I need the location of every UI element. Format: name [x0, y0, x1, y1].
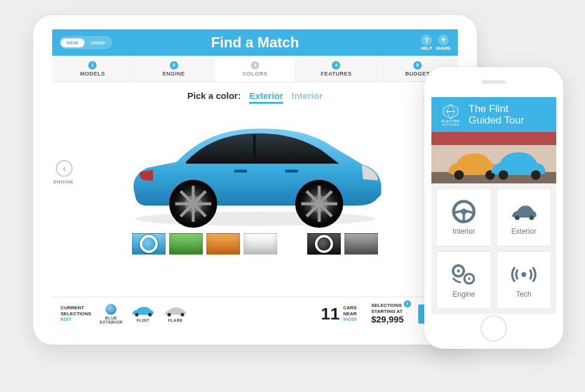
svg-point-17 [148, 313, 152, 316]
chip-color[interactable]: BLUE EXTERIOR [100, 304, 122, 324]
car-illustration [111, 105, 399, 231]
svg-rect-3 [285, 170, 298, 173]
condition-used[interactable]: USED [85, 38, 111, 47]
price-block: i SELECTIONS STARTING AT $29,995 [371, 303, 404, 325]
phone-category-grid: Interior Exterior Engine [431, 183, 556, 314]
wizard-steps: 1 MODELS 2 ENGINE 3 COLORS 4 FEATURES 5 … [52, 56, 458, 82]
car-icon [163, 305, 187, 317]
step-engine[interactable]: 2 ENGINE [133, 56, 214, 82]
svg-point-25 [499, 170, 508, 180]
share-button[interactable]: SHARE [436, 35, 451, 50]
category-interior[interactable]: Interior [436, 188, 491, 246]
help-icon: ? [421, 35, 432, 46]
svg-point-26 [531, 170, 541, 180]
category-exterior[interactable]: Exterior [496, 188, 551, 246]
chip-model-flare[interactable]: FLARE [163, 305, 187, 322]
tablet-device: NEW USED Find a Match ? HELP SHARE [33, 15, 477, 345]
help-button[interactable]: ? HELP [421, 35, 433, 50]
color-prompt-label: Pick a color: [187, 91, 241, 101]
svg-marker-22 [446, 111, 455, 119]
car-icon [131, 305, 155, 317]
share-icon [438, 35, 449, 46]
svg-point-16 [135, 313, 139, 316]
svg-point-18 [167, 313, 171, 316]
prev-step-label: ENGINE [53, 179, 74, 185]
phone-title: The Flint Guided Tour [469, 104, 524, 126]
car-icon [510, 200, 538, 224]
swatch-rows [132, 233, 378, 255]
svg-point-30 [515, 215, 520, 220]
phone-header: ELECTRA MOTORS The Flint Guided Tour [431, 97, 556, 132]
current-selections: CURRENT SELECTIONS EDIT [61, 305, 91, 322]
svg-point-33 [457, 269, 460, 272]
tablet-screen: NEW USED Find a Match ? HELP SHARE [52, 29, 458, 330]
chip-model-flint[interactable]: FLINT [131, 305, 155, 322]
svg-rect-1 [253, 135, 256, 164]
results-count: 11 CARS NEAR 94105 [321, 304, 357, 324]
bottom-bar: CURRENT SELECTIONS EDIT BLUE EXTERIOR FL… [52, 297, 458, 330]
condition-new[interactable]: NEW [61, 38, 85, 47]
step-features[interactable]: 4 FEATURES [296, 56, 377, 82]
prev-step-button[interactable]: ‹ [56, 160, 73, 177]
step-models[interactable]: 1 MODELS [52, 56, 133, 82]
page-title: Find a Match [52, 34, 458, 51]
swatch-orange[interactable] [206, 233, 240, 255]
zip-link[interactable]: 94105 [343, 316, 356, 322]
brand-logo: ELECTRA MOTORS [439, 103, 463, 127]
car-preview [111, 105, 399, 231]
swatch-wheel-gray[interactable] [344, 233, 378, 255]
gears-icon [450, 263, 478, 287]
phone-hero-image [431, 132, 556, 183]
category-tech[interactable]: Tech [496, 251, 551, 309]
swatch-green[interactable] [169, 233, 203, 255]
svg-point-35 [468, 278, 470, 280]
chevron-left-icon: ‹ [63, 164, 66, 173]
phone-device: ELECTRA MOTORS The Flint Guided Tour [424, 67, 563, 349]
swatch-silver[interactable] [244, 233, 277, 255]
app-header: NEW USED Find a Match ? HELP SHARE [52, 29, 458, 56]
svg-point-31 [529, 215, 534, 220]
logo-icon [442, 104, 459, 119]
exterior-swatches [132, 233, 277, 255]
tab-exterior[interactable]: Exterior [249, 91, 283, 104]
category-engine[interactable]: Engine [436, 251, 491, 309]
swatch-blue[interactable] [132, 233, 166, 255]
main-area: Pick a color: Exterior Interior ‹ ENGINE [52, 82, 458, 297]
step-colors[interactable]: 3 COLORS [215, 56, 296, 82]
wheel-swatches [307, 233, 378, 255]
color-dot-icon [106, 304, 116, 315]
signal-icon [510, 263, 538, 287]
svg-point-23 [454, 170, 464, 180]
phone-screen: ELECTRA MOTORS The Flint Guided Tour [431, 97, 556, 314]
condition-toggle: NEW USED [59, 36, 112, 49]
steering-icon [450, 200, 478, 224]
tab-interior[interactable]: Interior [292, 91, 323, 102]
edit-selections[interactable]: EDIT [61, 316, 91, 322]
svg-rect-2 [234, 170, 247, 173]
svg-point-36 [521, 272, 526, 277]
swatch-wheel-black[interactable] [307, 233, 341, 255]
svg-marker-21 [446, 104, 455, 111]
info-icon[interactable]: i [404, 300, 411, 307]
svg-point-19 [181, 313, 184, 316]
